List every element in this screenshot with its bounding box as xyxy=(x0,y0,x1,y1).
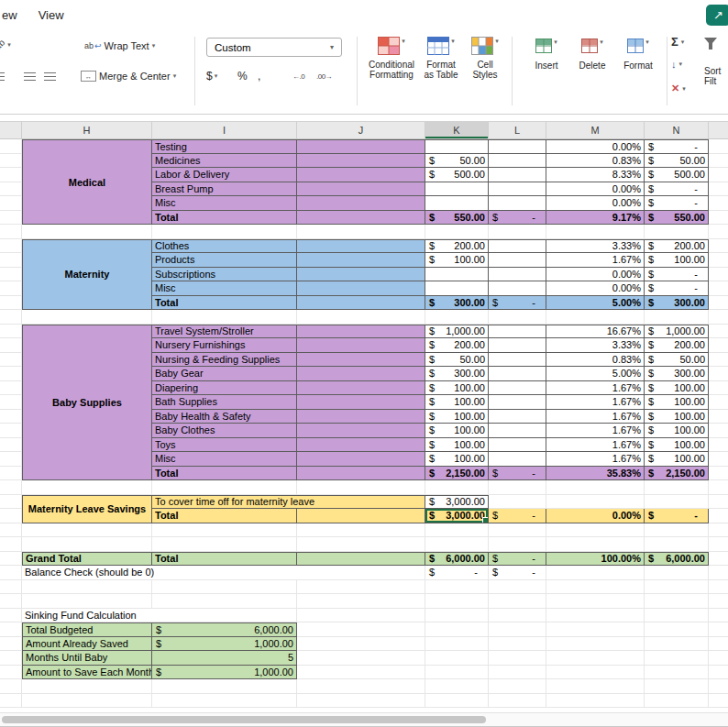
cell[interactable] xyxy=(645,523,709,538)
cell[interactable] xyxy=(297,622,425,637)
cell[interactable] xyxy=(709,566,728,580)
cell[interactable]: 5 xyxy=(152,651,297,666)
cell[interactable]: 0.00% xyxy=(546,268,645,282)
cell[interactable] xyxy=(297,338,425,353)
column-header-L[interactable]: L xyxy=(489,122,546,138)
cell[interactable] xyxy=(709,268,728,282)
cell[interactable] xyxy=(297,537,425,552)
cell[interactable] xyxy=(297,609,425,623)
cell[interactable] xyxy=(489,637,546,652)
cell[interactable] xyxy=(0,395,22,410)
cell[interactable] xyxy=(0,537,22,552)
cell[interactable]: $- xyxy=(489,467,546,481)
cell[interactable] xyxy=(425,196,489,211)
cell[interactable] xyxy=(489,182,546,197)
cell[interactable] xyxy=(489,268,546,282)
sinking-fund-label[interactable]: Amount to Save Each Month xyxy=(22,666,152,680)
cell[interactable] xyxy=(425,523,489,538)
cell[interactable] xyxy=(0,580,22,595)
cell[interactable] xyxy=(489,424,546,438)
sinking-fund-label[interactable]: Amount Already Saved xyxy=(22,637,152,652)
column-header-K[interactable]: K xyxy=(425,122,489,138)
cell[interactable] xyxy=(645,694,709,709)
cell[interactable] xyxy=(709,651,728,666)
cell[interactable] xyxy=(0,594,22,609)
cell[interactable] xyxy=(0,467,22,481)
cell[interactable] xyxy=(297,467,425,481)
cell[interactable] xyxy=(489,622,546,637)
cell[interactable] xyxy=(0,679,22,694)
cell[interactable] xyxy=(546,637,645,652)
cell[interactable] xyxy=(152,537,297,552)
cell[interactable] xyxy=(709,296,728,311)
increase-indent-icon[interactable] xyxy=(44,72,56,83)
cell[interactable] xyxy=(489,480,546,495)
cell[interactable] xyxy=(709,452,728,467)
cell[interactable]: 1.67% xyxy=(546,253,645,268)
cell[interactable]: $- xyxy=(489,211,546,226)
cell[interactable] xyxy=(489,609,546,623)
cell[interactable]: Medicines xyxy=(152,154,297,169)
cell[interactable] xyxy=(425,310,489,325)
cell[interactable]: $- xyxy=(489,296,546,311)
cell[interactable] xyxy=(152,594,297,609)
cell[interactable]: Misc xyxy=(152,196,297,211)
cell[interactable] xyxy=(709,338,728,353)
cell[interactable]: Clothes xyxy=(152,239,297,254)
cell[interactable]: 0.83% xyxy=(546,353,645,368)
cell[interactable] xyxy=(709,410,728,424)
cell[interactable] xyxy=(546,225,645,239)
cell[interactable] xyxy=(0,381,22,396)
cell[interactable] xyxy=(297,552,425,567)
cell[interactable]: Travel System/Stroller xyxy=(152,325,297,339)
cell[interactable] xyxy=(709,480,728,495)
cell[interactable]: 100.00% xyxy=(546,552,645,567)
cell[interactable]: Nursing & Feeding Supplies xyxy=(152,353,297,368)
column-header-H[interactable]: H xyxy=(22,122,152,138)
cell[interactable]: $200.00 xyxy=(645,338,709,353)
cell[interactable] xyxy=(152,694,297,709)
cell[interactable] xyxy=(297,310,425,325)
cell[interactable]: $550.00 xyxy=(645,211,709,226)
cell[interactable] xyxy=(489,367,546,381)
cell[interactable] xyxy=(546,594,645,609)
column-header-N[interactable]: N xyxy=(645,122,709,138)
cell[interactable]: $- xyxy=(425,566,489,580)
column-header-I[interactable]: I xyxy=(152,122,297,138)
cell[interactable]: $50.00 xyxy=(425,353,489,368)
cell[interactable] xyxy=(546,609,645,623)
cell[interactable] xyxy=(297,281,425,296)
cell[interactable] xyxy=(425,679,489,694)
cell[interactable] xyxy=(709,381,728,396)
cell[interactable] xyxy=(489,225,546,239)
cell[interactable] xyxy=(709,139,728,154)
menu-tab-view[interactable]: View xyxy=(27,8,76,22)
cell[interactable] xyxy=(425,537,489,552)
cell[interactable] xyxy=(0,651,22,666)
sinking-fund-label[interactable]: Months Until Baby xyxy=(22,651,152,666)
cell[interactable] xyxy=(425,609,489,623)
cell[interactable]: Total xyxy=(152,552,297,567)
cell[interactable]: Nursery Furnishings xyxy=(152,338,297,353)
cell[interactable] xyxy=(152,580,297,595)
cell[interactable] xyxy=(489,239,546,254)
cell[interactable]: To cover time off for maternity leave xyxy=(152,495,425,510)
cell[interactable]: Subscriptions xyxy=(152,268,297,282)
cell[interactable]: $3,000.00 xyxy=(425,495,489,510)
cell[interactable] xyxy=(645,310,709,325)
cell[interactable]: 35.83% xyxy=(546,467,645,481)
cell[interactable]: $100.00 xyxy=(645,452,709,467)
cell[interactable] xyxy=(297,268,425,282)
column-header-partial[interactable] xyxy=(709,122,728,138)
cell[interactable]: $300.00 xyxy=(645,367,709,381)
cell[interactable] xyxy=(709,239,728,254)
cell[interactable] xyxy=(22,694,152,709)
cell[interactable] xyxy=(489,253,546,268)
section-header[interactable]: Maternity Leave Savings xyxy=(22,495,152,523)
cell[interactable]: $300.00 xyxy=(425,296,489,311)
cell[interactable]: 16.67% xyxy=(546,325,645,339)
cell[interactable] xyxy=(297,637,425,652)
cell[interactable] xyxy=(489,196,546,211)
cell[interactable] xyxy=(297,424,425,438)
cell[interactable] xyxy=(709,168,728,182)
